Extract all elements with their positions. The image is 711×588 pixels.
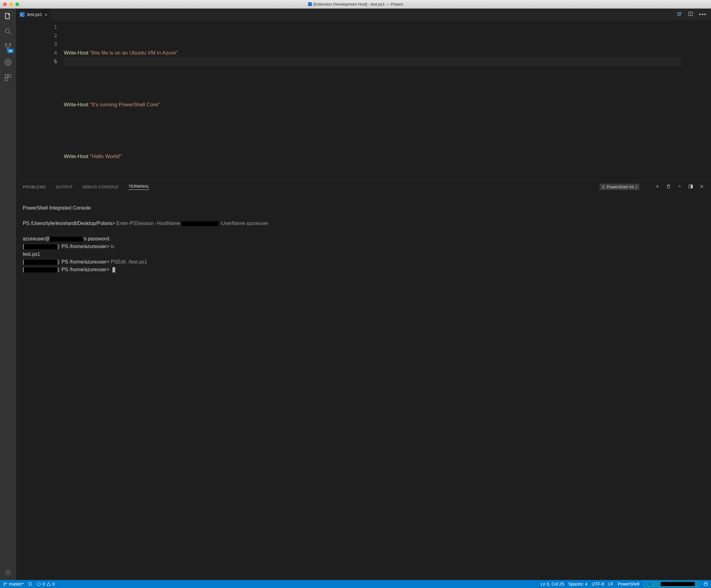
code-editor[interactable]: 1 2 3 4 5 Write-Host "this file is on an… xyxy=(16,20,711,181)
editor-tabs: >_ test.ps1 × ••• xyxy=(16,8,711,20)
zoom-window-button[interactable] xyxy=(15,2,19,6)
maximize-panel-icon[interactable] xyxy=(677,184,682,190)
search-icon[interactable] xyxy=(4,27,12,36)
svg-point-0 xyxy=(5,29,9,33)
redacted-host xyxy=(24,268,57,272)
terminal-body[interactable]: PowerShell Integrated Console PS /Users/… xyxy=(16,193,711,580)
status-bar: master* 0 0 Ln 5, Col 25 Spaces: 4 UTF-8… xyxy=(0,580,711,588)
kill-terminal-icon[interactable] xyxy=(666,184,671,190)
svg-point-14 xyxy=(4,583,4,583)
redacted-host xyxy=(24,260,57,265)
svg-point-1 xyxy=(5,44,7,45)
powershell-file-icon: >_ xyxy=(20,12,25,17)
panel-tab-problems[interactable]: PROBLEMS xyxy=(23,185,46,189)
panel-tab-terminal[interactable]: TERMINAL xyxy=(128,184,149,190)
macos-titlebar: 🟦 [Extension Development Host] - test.ps… xyxy=(0,0,711,8)
svg-rect-6 xyxy=(8,75,11,77)
feedback-icon[interactable] xyxy=(704,582,708,586)
svg-point-19 xyxy=(705,583,706,584)
panel-tab-output[interactable]: OUTPUT xyxy=(56,185,73,189)
extensions-icon[interactable] xyxy=(4,74,12,82)
traffic-lights xyxy=(0,2,19,6)
vscode-window: 🟦 [Extension Development Host] - test.ps… xyxy=(0,0,711,588)
svg-rect-7 xyxy=(5,78,8,81)
svg-point-18 xyxy=(704,582,708,586)
svg-rect-13 xyxy=(691,185,692,188)
problems-status[interactable]: 0 0 xyxy=(37,582,55,586)
move-panel-icon[interactable] xyxy=(688,184,693,190)
git-branch-status[interactable]: master* xyxy=(3,582,24,586)
minimap[interactable] xyxy=(686,20,711,181)
redacted-version-detail xyxy=(661,582,695,586)
encoding-status[interactable]: UTF-8 xyxy=(592,582,604,586)
sync-status[interactable] xyxy=(28,582,33,586)
compare-changes-icon[interactable] xyxy=(677,11,682,18)
vscode-icon: 🟦 xyxy=(308,2,312,6)
tab-test-ps1[interactable]: >_ test.ps1 × xyxy=(16,8,51,20)
more-actions-icon[interactable]: ••• xyxy=(699,12,707,18)
debug-icon[interactable] xyxy=(4,58,12,67)
powershell-version-status[interactable]: >_6.0 [] xyxy=(644,582,699,587)
language-mode-status[interactable]: PowerShell xyxy=(618,582,640,586)
close-panel-icon[interactable] xyxy=(699,184,704,190)
scm-badge: 22 xyxy=(7,49,14,53)
bottom-panel: PROBLEMS OUTPUT DEBUG CONSOLE TERMINAL 2… xyxy=(16,181,711,580)
tab-filename: test.ps1 xyxy=(27,12,42,17)
terminal-selector[interactable]: 2: PowerShell Int ▴▾ xyxy=(600,184,640,190)
redacted-host xyxy=(49,237,83,241)
close-tab-icon[interactable]: × xyxy=(45,12,47,17)
svg-point-15 xyxy=(4,585,4,586)
panel-tab-debug-console[interactable]: DEBUG CONSOLE xyxy=(83,185,118,189)
redacted-host xyxy=(24,245,57,249)
minimize-window-button[interactable] xyxy=(9,2,13,6)
close-window-button[interactable] xyxy=(3,2,7,6)
source-control-icon[interactable]: 22 xyxy=(4,43,12,51)
eol-status[interactable]: LF xyxy=(608,582,613,586)
settings-gear-icon[interactable] xyxy=(4,568,12,577)
line-gutter: 1 2 3 4 5 xyxy=(16,20,64,181)
explorer-icon[interactable] xyxy=(4,12,12,20)
svg-rect-5 xyxy=(5,75,8,77)
window-title: [Extension Development Host] - test.ps1 … xyxy=(313,2,403,6)
terminal-cursor xyxy=(112,267,115,272)
redacted-hostname xyxy=(181,221,218,226)
activity-bar: 22 xyxy=(0,8,16,580)
svg-point-2 xyxy=(9,44,11,45)
svg-point-10 xyxy=(678,13,681,15)
cursor-position-status[interactable]: Ln 5, Col 25 xyxy=(541,582,564,586)
split-editor-icon[interactable] xyxy=(688,11,693,18)
svg-point-20 xyxy=(706,583,707,584)
indentation-status[interactable]: Spaces: 4 xyxy=(568,582,587,586)
new-terminal-icon[interactable] xyxy=(655,184,660,190)
svg-point-8 xyxy=(7,572,9,574)
